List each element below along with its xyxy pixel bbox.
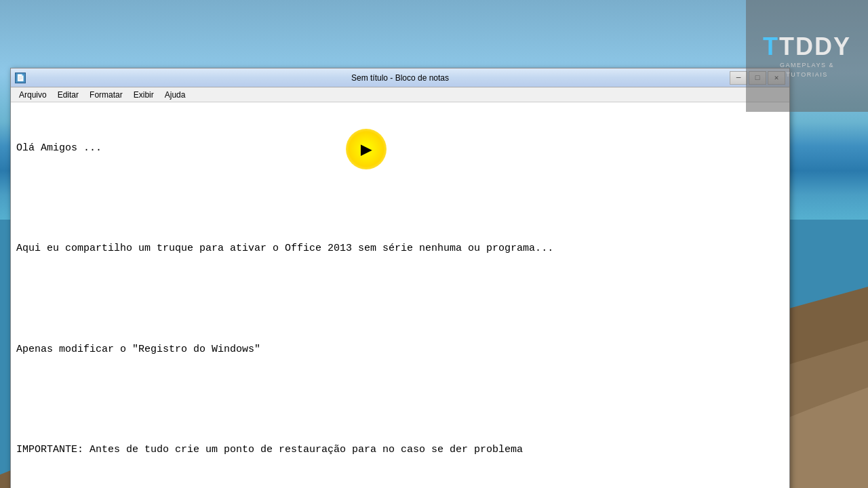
menu-formatar[interactable]: Formatar — [84, 89, 128, 101]
notepad-content[interactable]: Olá Amigos ... Aqui eu compartilho um tr… — [11, 102, 789, 488]
menu-exibir[interactable]: Exibir — [128, 89, 159, 101]
menu-bar: Arquivo Editar Formatar Exibir Ajuda — [11, 87, 789, 102]
title-bar-left: 📄 — [15, 73, 26, 83]
watermark-t: T — [763, 33, 779, 60]
content-line7: IMPORTANTE: Antes de tudo crie um ponto … — [16, 442, 784, 459]
content-line6 — [16, 392, 784, 409]
content-line2 — [16, 190, 784, 207]
title-bar-text: Sem título - Bloco de notas — [351, 73, 449, 83]
menu-arquivo[interactable]: Arquivo — [14, 89, 52, 101]
watermark: TTDDY GAMEPLAYS & TUTORIAIS — [746, 0, 868, 112]
watermark-title: TTDDY — [763, 35, 851, 59]
content-line4 — [16, 291, 784, 308]
watermark-subtitle-line2: TUTORIAIS — [786, 71, 827, 78]
content-line1: Olá Amigos ... — [16, 140, 784, 157]
notepad-icon: 📄 — [15, 73, 26, 83]
content-line5: Apenas modificar o "Registro do Windows" — [16, 342, 784, 359]
minimize-button[interactable]: ─ — [730, 71, 747, 85]
title-bar: 📄 Sem título - Bloco de notas ─ □ ✕ — [11, 68, 789, 87]
notepad-window: 📄 Sem título - Bloco de notas ─ □ ✕ Arqu… — [10, 68, 790, 488]
cursor-arrow-icon: ◀ — [361, 138, 372, 161]
cursor-indicator: ◀ — [346, 129, 387, 169]
watermark-subtitle-line1: GAMEPLAYS & — [780, 62, 834, 68]
content-line3: Aqui eu compartilho um truque para ativa… — [16, 241, 784, 258]
menu-ajuda[interactable]: Ajuda — [159, 89, 191, 101]
menu-editar[interactable]: Editar — [52, 89, 84, 101]
